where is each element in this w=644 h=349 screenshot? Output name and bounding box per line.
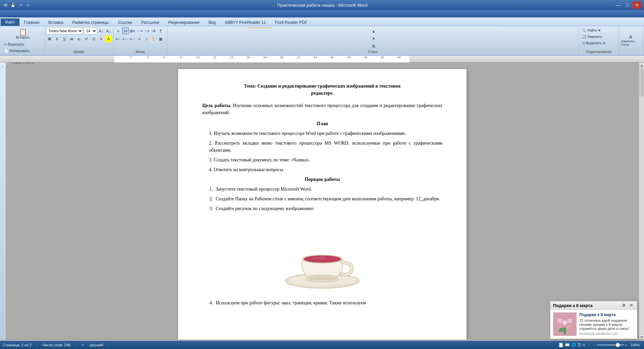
font-size-select[interactable]: 14: [84, 28, 97, 34]
replace-button[interactable]: 🔄 Заменить: [580, 34, 618, 40]
tab-foxit[interactable]: Foxit Reader PDF: [271, 18, 312, 26]
left-tool-cursor[interactable]: ↕: [0, 64, 6, 69]
align-right-button[interactable]: ≡→: [129, 36, 136, 42]
subscript-button[interactable]: x₂: [76, 36, 83, 42]
view-draft-btn[interactable]: ≡: [583, 343, 585, 347]
style-strong[interactable]: АаБбВв Сильное е...: [449, 28, 473, 28]
cut-button[interactable]: ✂ Вырезать: [3, 42, 26, 47]
clear-format-button[interactable]: ∅: [91, 36, 97, 42]
font-shrink-button[interactable]: A↓: [105, 28, 112, 34]
highlight-button[interactable]: A: [105, 36, 112, 42]
scroll-thumb[interactable]: [639, 69, 643, 96]
document-page: Тема: Создание и редактирование графичес…: [178, 69, 467, 340]
paste-button[interactable]: 📋 Вставить: [3, 28, 43, 40]
proc-num-1: 1.: [202, 186, 216, 193]
italic-button[interactable]: К: [54, 36, 60, 42]
vertical-scrollbar[interactable]: ▲ ▼: [639, 62, 644, 340]
sort-button[interactable]: ↕A: [150, 28, 157, 34]
select-button[interactable]: ⊡ Выделить ▼: [580, 40, 618, 46]
styles-scroll-up[interactable]: ▲: [370, 28, 377, 35]
style-strict[interactable]: АаБбВв! Строгий: [474, 28, 498, 28]
paste-label: Вставить: [16, 36, 30, 39]
style-normal[interactable]: АаБбВв ¶ Обычный: [248, 28, 272, 28]
proc-item-1: 1. Запустите текстовый процессор Microso…: [202, 186, 442, 193]
view-normal-btn[interactable]: 📄: [558, 343, 564, 347]
align-center-button[interactable]: ≡↔: [122, 36, 129, 42]
title-bar: W 💾 ↩ ↪ Практическая работа чашка - Micr…: [0, 0, 644, 10]
minimize-button[interactable]: —: [614, 1, 623, 9]
decrease-indent-button[interactable]: ←≡: [136, 28, 143, 34]
word-logo[interactable]: W: [3, 2, 9, 8]
styles-expand[interactable]: ⊞: [370, 43, 377, 49]
notification-text-title: Подарки к 8 марта: [579, 312, 634, 317]
style-emphasis[interactable]: АаБбВв Выделение: [424, 28, 448, 28]
ribbon-tabs: Файл Главная Вставка Разметка страницы С…: [0, 17, 644, 26]
increase-indent-button[interactable]: →≡: [143, 28, 150, 34]
redo-quick-btn[interactable]: ↪: [25, 2, 31, 8]
scroll-track[interactable]: [639, 68, 644, 334]
multilevel-button[interactable]: ⊞≡: [129, 28, 136, 34]
font-grow-button[interactable]: A↑: [98, 28, 105, 34]
find-button[interactable]: 🔍 Найти ▼: [580, 28, 618, 33]
underline-button[interactable]: Ч: [61, 36, 68, 42]
spell-check[interactable]: ✓: [82, 343, 85, 347]
view-web-btn[interactable]: 🌐: [571, 343, 576, 347]
scroll-up-button[interactable]: ▲: [639, 62, 644, 68]
plan-item-4: 4. Ответить на контрольные вопросы: [202, 166, 442, 173]
document-container[interactable]: Тема: Создание и редактирование графичес…: [6, 62, 639, 340]
style-h2[interactable]: АаБбВв Заголово...: [323, 28, 347, 28]
maximize-button[interactable]: □: [623, 1, 632, 9]
save-quick-btn[interactable]: 💾: [10, 2, 16, 8]
font-color-button[interactable]: A: [98, 36, 105, 42]
border-button[interactable]: ▦: [157, 36, 164, 42]
zoom-out-btn[interactable]: −: [593, 343, 595, 347]
numbering-button[interactable]: 1≡: [122, 28, 129, 34]
pilcrow-button[interactable]: ¶: [157, 28, 164, 34]
tab-file[interactable]: Файл: [1, 18, 19, 26]
bullets-button[interactable]: ≡: [115, 28, 122, 34]
justify-button[interactable]: ≡: [136, 36, 143, 42]
zoom-slider[interactable]: [597, 344, 624, 346]
view-outline-btn[interactable]: ☰: [578, 343, 581, 347]
close-button[interactable]: ✕: [633, 1, 641, 9]
tab-insert[interactable]: Вставка: [44, 18, 68, 26]
aim-text: Изучение основных возможностей текстовог…: [202, 103, 442, 115]
notification-image: [553, 312, 577, 336]
superscript-button[interactable]: x²: [83, 36, 90, 42]
tab-references[interactable]: Ссылки: [114, 18, 137, 26]
font-name-select[interactable]: Times New Roman: [46, 28, 83, 34]
style-no-spacing[interactable]: АаБбВв ¶ Без инте...: [273, 28, 297, 28]
line-spacing-button[interactable]: ↕: [143, 36, 150, 42]
quick-access-toolbar: [0, 10, 644, 17]
align-left-button[interactable]: ≡←: [115, 36, 122, 42]
notification-close-btn[interactable]: ✕: [628, 303, 634, 308]
tab-review[interactable]: Рецензирование: [164, 18, 204, 26]
tab-home[interactable]: Главная: [20, 18, 44, 26]
notification-controls: ⚙ ✕: [621, 303, 634, 308]
strikethrough-button[interactable]: зк: [68, 36, 75, 42]
scroll-down-button[interactable]: ▼: [639, 334, 644, 340]
notification-settings-btn[interactable]: ⚙: [621, 303, 627, 308]
copy-button[interactable]: 📄 Копировать: [3, 48, 31, 54]
view-reading-btn[interactable]: 📖: [565, 343, 570, 347]
title-bar-left: W 💾 ↩ ↪: [3, 2, 31, 8]
tab-view[interactable]: Вид: [204, 18, 220, 26]
style-title[interactable]: AaБ Название: [348, 28, 372, 28]
style-subtitle[interactable]: АаБбВв Подзагол...: [373, 28, 397, 28]
shading-button[interactable]: ░: [150, 36, 157, 42]
undo-quick-btn[interactable]: ↩: [17, 2, 23, 8]
tab-layout[interactable]: Разметка страницы: [68, 18, 113, 26]
change-styles-button[interactable]: A Изменить стили: [621, 34, 641, 47]
zoom-bar[interactable]: 📄 📖 🌐 ☰ ≡ − + 140%: [558, 343, 641, 347]
style-h1[interactable]: АаБбВв Заголово...: [298, 28, 322, 28]
zoom-thumb[interactable]: [616, 343, 620, 347]
doc-title: Тема: Создание и редактирование графичес…: [202, 83, 442, 97]
zoom-in-btn[interactable]: +: [625, 343, 627, 347]
style-weak[interactable]: АаБбВв Слабое в...: [398, 28, 423, 28]
bold-button[interactable]: Ж: [46, 36, 53, 42]
styles-scroll-down[interactable]: ▼: [370, 35, 377, 42]
language[interactable]: русский: [90, 343, 103, 347]
procedure-title: Порядок работы: [202, 176, 442, 183]
tab-abbyy[interactable]: ABBYY FineReader 11: [220, 18, 270, 26]
tab-mailings[interactable]: Рассылки: [137, 18, 164, 26]
